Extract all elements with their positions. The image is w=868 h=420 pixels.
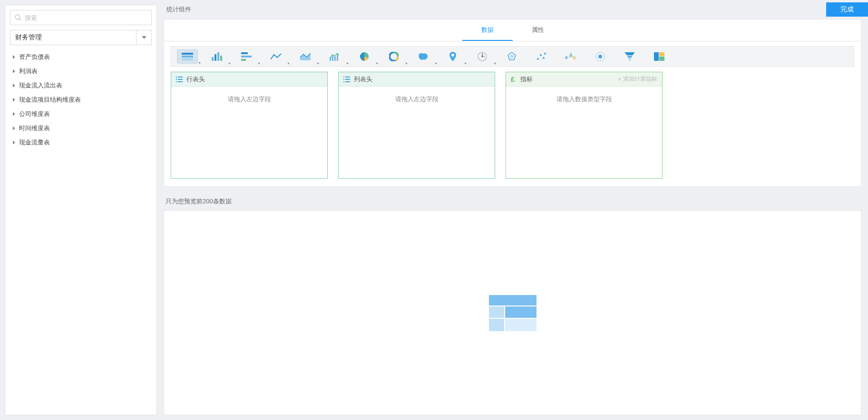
zone-header: 列表头 xyxy=(339,72,495,86)
chart-type-combo[interactable] xyxy=(324,49,345,64)
svg-rect-58 xyxy=(505,319,536,331)
svg-rect-39 xyxy=(659,52,664,56)
svg-point-0 xyxy=(15,15,20,19)
dropzones: 行表头 请拖入左边字段 列表头 请拖入左边字段 xyxy=(164,72,861,186)
tab-data[interactable]: 数据 xyxy=(462,19,513,41)
svg-rect-54 xyxy=(489,295,536,305)
chart-type-word[interactable]: aAB xyxy=(560,49,581,64)
chart-type-area[interactable] xyxy=(295,49,316,64)
zone-metric[interactable]: £ 指标 + 添加计算指标 请拖入数值类型字段 xyxy=(506,72,663,179)
svg-rect-38 xyxy=(654,52,659,61)
svg-point-27 xyxy=(540,54,542,56)
chart-type-gauge[interactable] xyxy=(472,49,493,64)
tree-item[interactable]: 公司维度表 xyxy=(10,107,152,121)
svg-rect-55 xyxy=(489,306,504,318)
drag-hint: 请拖入左边字段 xyxy=(228,95,271,104)
add-calc-metric-button[interactable]: + 添加计算指标 xyxy=(618,75,657,83)
zone-body[interactable]: 请拖入数值类型字段 xyxy=(506,86,662,178)
zone-body[interactable]: 请拖入左边字段 xyxy=(171,86,327,178)
chart-type-scatter[interactable] xyxy=(531,49,552,64)
svg-rect-40 xyxy=(659,57,664,61)
tree-item[interactable]: 现金流量表 xyxy=(10,135,152,150)
tabs: 数据 属性 xyxy=(164,19,861,41)
chart-type-hbar[interactable] xyxy=(236,49,257,64)
preview-section: 只为您预览前200条数据 xyxy=(164,192,861,415)
chart-type-kpi[interactable] xyxy=(590,49,611,64)
chart-type-donut[interactable] xyxy=(383,49,404,64)
chart-type-pie[interactable] xyxy=(354,49,375,64)
tree-item-label: 现金流量表 xyxy=(19,138,50,147)
module-select[interactable]: 财务管理 xyxy=(10,30,152,45)
svg-rect-6 xyxy=(215,54,216,61)
search-input[interactable] xyxy=(25,14,147,21)
zone-header: 行表头 xyxy=(171,72,327,86)
dropdown-caret-icon xyxy=(494,63,496,65)
zone-header: £ 指标 + 添加计算指标 xyxy=(506,72,662,86)
svg-marker-36 xyxy=(627,56,633,58)
tree-item-label: 时间维度表 xyxy=(19,124,50,133)
svg-marker-37 xyxy=(628,58,631,61)
tree-item[interactable]: 资产负债表 xyxy=(10,50,152,64)
svg-point-28 xyxy=(543,57,545,59)
config-panel: 数据 属性 xyxy=(164,19,861,187)
caret-right-icon xyxy=(13,55,15,59)
svg-rect-8 xyxy=(220,56,222,61)
chart-type-radar[interactable] xyxy=(501,49,522,64)
tree-item-label: 公司维度表 xyxy=(19,110,50,118)
chart-type-map[interactable] xyxy=(413,49,434,64)
module-select-value: 财务管理 xyxy=(10,33,136,42)
dropdown-caret-icon xyxy=(198,62,200,64)
svg-marker-25 xyxy=(509,54,514,58)
svg-point-19 xyxy=(451,54,454,57)
dropdown-caret-icon xyxy=(435,63,437,65)
done-button[interactable]: 完成 xyxy=(826,2,868,17)
svg-rect-16 xyxy=(337,54,338,61)
dropdown-caret-icon xyxy=(405,63,407,65)
tree-item-label: 资产负债表 xyxy=(19,53,50,61)
tree-item-label: 利润表 xyxy=(19,67,38,76)
chart-type-line[interactable] xyxy=(265,49,286,64)
zone-row-header[interactable]: 行表头 请拖入左边字段 xyxy=(171,72,328,179)
dropdown-caret-icon xyxy=(464,63,466,65)
tree-item[interactable]: 利润表 xyxy=(10,64,152,78)
svg-line-1 xyxy=(19,19,21,20)
page-title: 统计组件 xyxy=(166,5,826,14)
svg-point-29 xyxy=(544,53,546,55)
zone-body[interactable]: 请拖入左边字段 xyxy=(339,86,495,178)
tree-item[interactable]: 现金流入流出表 xyxy=(10,78,152,93)
search-icon xyxy=(14,14,22,21)
svg-rect-2 xyxy=(182,53,193,55)
add-calc-label: 添加计算指标 xyxy=(623,75,657,83)
caret-right-icon xyxy=(13,69,15,73)
svg-rect-9 xyxy=(241,52,248,54)
svg-rect-56 xyxy=(505,306,536,318)
table-placeholder-icon xyxy=(489,295,536,331)
svg-rect-57 xyxy=(489,319,504,331)
caret-right-icon xyxy=(13,98,15,102)
preview-hint: 只为您预览前200条数据 xyxy=(164,192,861,210)
chart-type-bubble-map[interactable] xyxy=(442,49,463,64)
drag-hint: 请拖入数值类型字段 xyxy=(556,95,612,104)
zone-title: 列表头 xyxy=(354,75,372,84)
chart-type-funnel[interactable] xyxy=(619,49,640,64)
preview-canvas xyxy=(164,210,861,415)
chart-type-treemap[interactable] xyxy=(649,49,670,64)
main: 统计组件 完成 数据 属性 xyxy=(157,0,868,420)
search-box[interactable] xyxy=(10,10,152,25)
dropdown-caret-icon xyxy=(376,63,378,65)
chart-type-table[interactable] xyxy=(177,49,198,64)
field-tree: 资产负债表 利润表 现金流入流出表 现金流项目结构维度表 公司维度表 时间维度表… xyxy=(10,50,152,150)
svg-rect-15 xyxy=(334,57,336,61)
zone-col-header[interactable]: 列表头 请拖入左边字段 xyxy=(338,72,495,179)
chevron-down-icon xyxy=(136,30,151,45)
currency-icon: £ xyxy=(511,76,517,83)
topbar: 统计组件 完成 xyxy=(157,0,868,19)
tree-item[interactable]: 现金流项目结构维度表 xyxy=(10,93,152,107)
tree-item-label: 现金流入流出表 xyxy=(19,81,62,90)
svg-rect-14 xyxy=(332,55,333,61)
tree-item[interactable]: 时间维度表 xyxy=(10,121,152,135)
chart-type-bar[interactable] xyxy=(206,49,227,64)
tab-attributes[interactable]: 属性 xyxy=(513,19,563,41)
svg-rect-11 xyxy=(241,59,246,61)
svg-rect-4 xyxy=(182,58,193,60)
